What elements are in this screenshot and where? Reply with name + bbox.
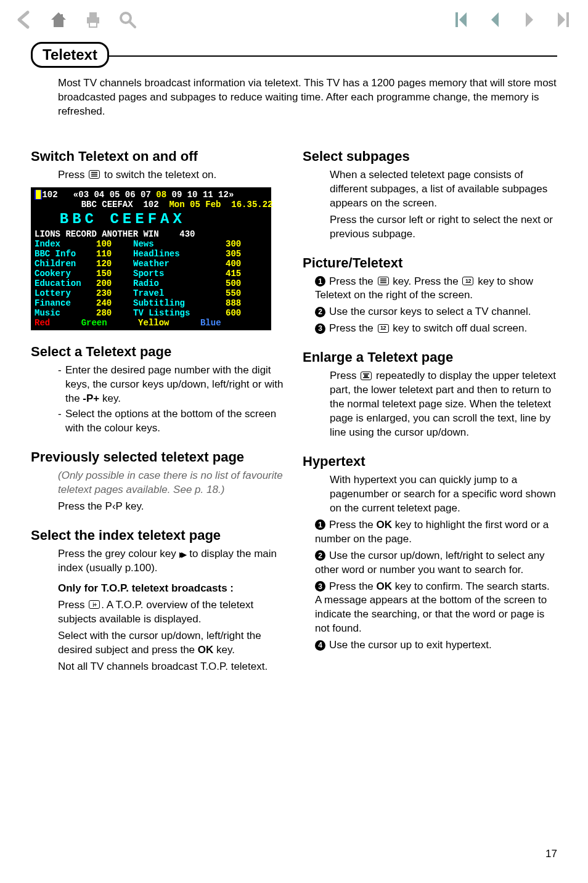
subpages-section: Select subpages When a selected teletext… <box>303 149 557 242</box>
ttx-row: Index100News300 <box>35 239 267 249</box>
ttx-header1: █102 «03 04 05 06 07 08 09 10 11 12» <box>35 190 267 200</box>
ttx-row: Education200Radio500 <box>35 279 267 288</box>
dual-screen-key-icon: 12 <box>462 277 473 285</box>
svg-rect-2 <box>89 12 97 17</box>
hypertext-step-4: Use the cursor up to exit hypertext. <box>315 638 557 653</box>
enlarge-paragraph: Press repeatedly to display the upper te… <box>330 369 557 440</box>
prev-page-section: Previously selected teletext page (Only … <box>31 449 285 514</box>
subpages-title: Select subpages <box>303 149 557 165</box>
top-broadcasts-p3: Not all TV channels broadcast T.O.P. tel… <box>58 660 285 674</box>
intro-paragraph: Most TV channels broadcast information v… <box>58 76 557 119</box>
fast-forward-icon <box>179 547 187 561</box>
ttx-footer: Red Green Yellow Blue <box>35 318 267 328</box>
ttx-row: Music280TV Listings600 <box>35 308 267 318</box>
svg-rect-0 <box>61 14 63 18</box>
picture-step-1: Press the key. Press the 12 key to show … <box>315 275 557 303</box>
hypertext-step-2: Use the cursor up/down, left/right to se… <box>315 549 557 577</box>
ttx-row: Finance240Subtitling888 <box>35 298 267 308</box>
prev-page-line: Press the P‹P key. <box>58 500 285 514</box>
select-page-bullet-1: Enter the desired page number with the d… <box>58 364 285 406</box>
hypertext-title: Hypertext <box>303 454 557 470</box>
hypertext-step-1: Press the OK key to highlight the first … <box>315 518 557 547</box>
badge-rule <box>31 55 557 57</box>
next-page-icon[interactable] <box>519 10 540 30</box>
picture-title: Picture/Teletext <box>303 255 557 271</box>
hypertext-step-3: Press the OK key to confirm. The search … <box>315 580 557 637</box>
search-icon[interactable] <box>117 10 138 30</box>
select-page-section: Select a Teletext page Enter the desired… <box>31 344 285 436</box>
page-number: 17 <box>545 848 557 860</box>
expand-key-icon <box>361 372 372 380</box>
hypertext-paragraph: With hypertext you can quickly jump to a… <box>330 473 557 516</box>
enlarge-title: Enlarge a Teletext page <box>303 349 557 365</box>
top-broadcasts-heading: Only for T.O.P. teletext broadcasts : <box>58 582 285 596</box>
ttx-row: Lottery230Travel550 <box>35 288 267 298</box>
left-column: Switch Teletext on and off Press to swit… <box>31 149 285 688</box>
back-icon[interactable] <box>14 10 35 30</box>
ttx-row: Children120Weather400 <box>35 259 267 269</box>
dual-screen-key-icon: 12 <box>378 324 389 333</box>
select-page-title: Select a Teletext page <box>31 344 285 360</box>
svg-rect-3 <box>89 22 97 27</box>
ttx-subhead: LIONS RECORD ANOTHER WIN 430 <box>35 229 267 239</box>
toolbar-right-group <box>450 10 574 30</box>
top-broadcasts-p2: Select with the cursor up/down, left/rig… <box>58 629 285 657</box>
subpages-p2: Press the cursor left or right to select… <box>330 213 557 242</box>
select-index-section: Select the index teletext page Press the… <box>31 527 285 674</box>
picture-step-3: Press the 12 key to switch off dual scre… <box>315 322 557 336</box>
toolbar-left-group <box>14 10 138 30</box>
ttx-row: Cookery150Sports415 <box>35 269 267 279</box>
two-column-layout: Switch Teletext on and off Press to swit… <box>31 149 557 688</box>
enlarge-section: Enlarge a Teletext page Press repeatedly… <box>303 349 557 440</box>
ttx-header2: BBC CEEFAX 102 Mon 05 Feb 16.35.22 <box>35 200 267 210</box>
subpages-p1: When a selected teletext page consists o… <box>330 168 557 211</box>
hypertext-section: Hypertext With hypertext you can quickly… <box>303 454 557 653</box>
ttx-row: BBC Info110Headlines305 <box>35 249 267 259</box>
top-broadcasts-p1: Press i+. A T.O.P. overview of the telet… <box>58 598 285 627</box>
select-page-bullet-2: Select the options at the bottom of the … <box>58 407 285 436</box>
svg-line-5 <box>129 22 135 27</box>
home-icon[interactable] <box>48 10 69 30</box>
prev-page-note: (Only possible in case there is no list … <box>58 469 285 497</box>
switch-section: Switch Teletext on and off Press to swit… <box>31 149 285 331</box>
switch-title: Switch Teletext on and off <box>31 149 285 165</box>
prev-page-title: Previously selected teletext page <box>31 449 285 465</box>
ttx-bigline: BBC CEEFAX <box>35 210 267 229</box>
switch-line: Press to switch the teletext on. <box>58 168 285 182</box>
info-plus-key-icon: i+ <box>89 600 100 609</box>
teletext-key-icon <box>89 170 100 179</box>
picture-section: Picture/Teletext Press the key. Press th… <box>303 255 557 336</box>
section-badge: Teletext <box>31 42 109 68</box>
prev-page-icon[interactable] <box>484 10 505 30</box>
teletext-screenshot: █102 «03 04 05 06 07 08 09 10 11 12» BBC… <box>31 187 271 331</box>
last-page-icon[interactable] <box>553 10 574 30</box>
print-icon[interactable] <box>83 10 104 30</box>
picture-step-2: Use the cursor keys to select a TV chann… <box>315 305 557 319</box>
select-index-line1: Press the grey colour key to display the… <box>58 547 285 576</box>
ttx-index-rows: Index100News300BBC Info110Headlines305Ch… <box>35 239 267 319</box>
page-content: Teletext Most TV channels broadcast info… <box>0 35 588 688</box>
right-column: Select subpages When a selected teletext… <box>303 149 557 688</box>
select-index-title: Select the index teletext page <box>31 527 285 543</box>
teletext-key-icon <box>378 277 389 285</box>
first-page-icon[interactable] <box>450 10 471 30</box>
pdf-toolbar <box>0 0 588 35</box>
